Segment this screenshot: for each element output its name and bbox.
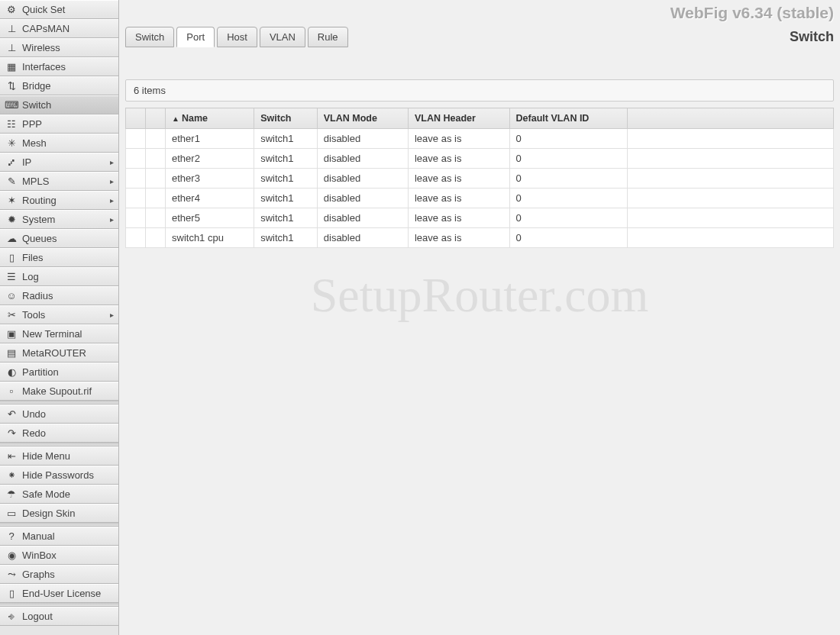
col-name[interactable]: ▲Name: [166, 108, 254, 129]
sidebar-item-ppp[interactable]: ☷PPP: [0, 114, 118, 134]
sidebar-item-logout[interactable]: ⎆Logout: [0, 607, 118, 626]
cell-blank3: [628, 129, 834, 149]
col-blank3[interactable]: [628, 108, 834, 129]
tab-switch[interactable]: Switch: [125, 27, 174, 47]
col-blank2[interactable]: [146, 108, 166, 129]
cell-name: ether2: [166, 149, 254, 169]
cell-vlan-mode: disabled: [317, 208, 408, 228]
cell-blank3: [628, 228, 834, 248]
sidebar-item-label: Manual: [22, 530, 55, 542]
sidebar-item-label: MetaROUTER: [22, 347, 86, 359]
sidebar-item-capsman[interactable]: ⊥CAPsMAN: [0, 19, 118, 38]
cell-blank1: [126, 169, 146, 189]
tab-port[interactable]: Port: [176, 27, 215, 47]
sidebar-item-hide-menu[interactable]: ⇤Hide Menu: [0, 446, 118, 466]
cell-default-vlan-id: 0: [509, 189, 627, 208]
col-vlan-header[interactable]: VLAN Header: [408, 108, 509, 129]
log-icon: ☰: [5, 271, 18, 283]
sidebar-item-label: Redo: [22, 427, 46, 439]
sidebar-item-label: Graphs: [22, 569, 55, 580]
sidebar-item-label: Wireless: [22, 42, 60, 53]
sidebar-item-bridge[interactable]: ⇅Bridge: [0, 76, 118, 95]
cell-blank2: [146, 228, 166, 248]
sidebar-item-label: MPLS: [22, 176, 49, 187]
cell-blank2: [146, 208, 166, 228]
item-count: 6 items: [125, 79, 834, 102]
ppp-icon: ☷: [5, 118, 18, 131]
cell-blank3: [628, 169, 834, 189]
cell-vlan-header: leave as is: [408, 208, 509, 228]
logout-icon: ⎆: [5, 611, 18, 623]
sidebar-item-label: Safe Mode: [22, 488, 70, 500]
tab-host[interactable]: Host: [217, 27, 257, 47]
chevron-right-icon: ▸: [110, 215, 114, 224]
hide-menu-icon: ⇤: [5, 450, 18, 463]
sidebar-item-metarouter[interactable]: ▤MetaROUTER: [0, 343, 118, 363]
sidebar-item-mpls[interactable]: ✎MPLS▸: [0, 172, 118, 191]
cell-blank3: [628, 149, 834, 169]
sidebar-item-make-supout[interactable]: ▫Make Supout.rif: [0, 382, 118, 401]
sidebar-item-label: Queues: [22, 233, 57, 244]
undo-icon: ↶: [5, 408, 18, 421]
table-row[interactable]: ether4switch1disabledleave as is0: [126, 189, 834, 208]
cell-default-vlan-id: 0: [509, 149, 627, 169]
wireless-icon: ⊥: [5, 42, 18, 54]
cell-name: switch1 cpu: [166, 228, 254, 248]
sidebar-item-safe-mode[interactable]: ☂Safe Mode: [0, 485, 118, 504]
cell-default-vlan-id: 0: [509, 169, 627, 189]
sidebar-item-queues[interactable]: ☁Queues: [0, 229, 118, 248]
col-name-label: Name: [182, 113, 208, 124]
table-row[interactable]: ether2switch1disabledleave as is0: [126, 149, 834, 169]
col-vlan-mode[interactable]: VLAN Mode: [317, 108, 408, 129]
cell-vlan-mode: disabled: [317, 149, 408, 169]
routing-icon: ✶: [5, 195, 18, 207]
tab-row: SwitchPortHostVLANRule: [125, 26, 834, 47]
cell-vlan-mode: disabled: [317, 169, 408, 189]
sidebar-item-switch[interactable]: ⌨Switch: [0, 95, 118, 114]
table-row[interactable]: ether3switch1disabledleave as is0: [126, 169, 834, 189]
sidebar-item-undo[interactable]: ↶Undo: [0, 405, 118, 424]
col-switch[interactable]: Switch: [254, 108, 318, 129]
sidebar-item-label: Mesh: [22, 137, 47, 149]
cell-default-vlan-id: 0: [509, 129, 627, 149]
system-icon: ✹: [5, 214, 18, 226]
sidebar-item-winbox[interactable]: ◉WinBox: [0, 546, 118, 565]
sidebar-item-quick-set[interactable]: ⚙Quick Set: [0, 0, 118, 19]
cell-switch: switch1: [254, 189, 318, 208]
sidebar-item-routing[interactable]: ✶Routing▸: [0, 191, 118, 210]
sidebar-item-new-terminal[interactable]: ▣New Terminal: [0, 324, 118, 343]
cell-blank3: [628, 208, 834, 228]
sidebar-item-log[interactable]: ☰Log: [0, 267, 118, 286]
sidebar-item-manual[interactable]: ?Manual: [0, 527, 118, 546]
sidebar-item-label: Undo: [22, 408, 46, 420]
sidebar-item-hide-passwords[interactable]: ⁕Hide Passwords: [0, 466, 118, 485]
sidebar-item-ip[interactable]: ⑇IP▸: [0, 153, 118, 172]
table-row[interactable]: switch1 cpuswitch1disabledleave as is0: [126, 228, 834, 248]
sidebar-item-partition[interactable]: ◐Partition: [0, 363, 118, 382]
design-skin-icon: ▭: [5, 508, 18, 520]
cell-switch: switch1: [254, 149, 318, 169]
sidebar-item-graphs[interactable]: ⤳Graphs: [0, 565, 118, 584]
sidebar-item-design-skin[interactable]: ▭Design Skin: [0, 504, 118, 523]
table-row[interactable]: ether5switch1disabledleave as is0: [126, 208, 834, 228]
sidebar-item-tools[interactable]: ✂Tools▸: [0, 305, 118, 324]
sidebar-item-system[interactable]: ✹System▸: [0, 210, 118, 229]
mpls-icon: ✎: [5, 176, 18, 188]
sidebar-item-interfaces[interactable]: ▦Interfaces: [0, 57, 118, 76]
tab-vlan[interactable]: VLAN: [260, 27, 305, 47]
cell-vlan-mode: disabled: [317, 189, 408, 208]
sidebar-item-end-user-license[interactable]: ▯End-User License: [0, 584, 118, 603]
sidebar-item-wireless[interactable]: ⊥Wireless: [0, 38, 118, 57]
tab-rule[interactable]: Rule: [308, 27, 348, 47]
sidebar-item-files[interactable]: ▯Files: [0, 248, 118, 267]
cell-blank2: [146, 189, 166, 208]
sidebar-item-redo[interactable]: ↷Redo: [0, 424, 118, 443]
cell-blank1: [126, 149, 146, 169]
chevron-right-icon: ▸: [110, 158, 114, 166]
col-default-vlan-id[interactable]: Default VLAN ID: [509, 108, 627, 129]
sidebar-item-mesh[interactable]: ✳Mesh: [0, 134, 118, 153]
table-row[interactable]: ether1switch1disabledleave as is0: [126, 129, 834, 149]
col-blank1[interactable]: [126, 108, 146, 129]
sidebar-item-radius[interactable]: ☺Radius: [0, 286, 118, 305]
make-supout-icon: ▫: [5, 385, 18, 398]
